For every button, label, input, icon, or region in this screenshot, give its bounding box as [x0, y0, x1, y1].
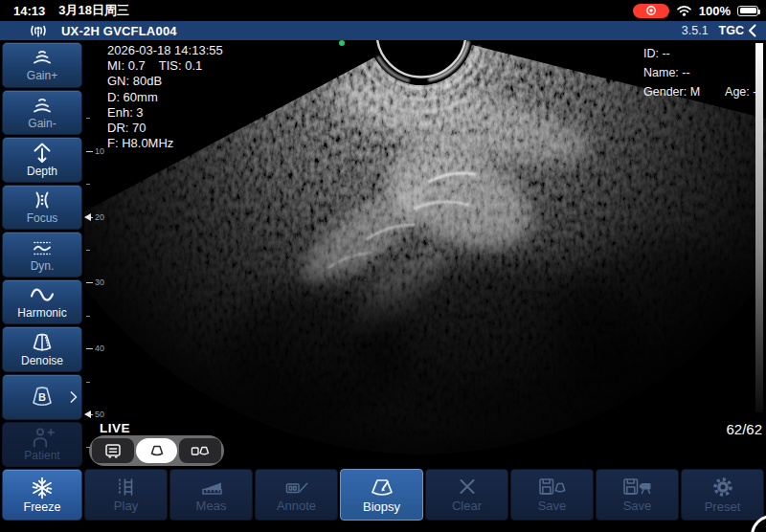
b-mode-icon: B: [26, 385, 58, 410]
depth-value: D: 60mm: [107, 90, 223, 105]
preset-button[interactable]: Preset: [681, 469, 764, 521]
button-label: Depth: [27, 165, 57, 178]
play-icon: [114, 477, 139, 497]
play-button[interactable]: Play: [84, 469, 168, 521]
depth-button[interactable]: Depth: [2, 137, 82, 183]
patient-button[interactable]: Patient: [2, 422, 82, 468]
single-display-icon: [103, 443, 123, 459]
button-label: Annote: [277, 499, 316, 513]
button-label: Gain-: [28, 117, 56, 130]
fan-display-button[interactable]: [136, 438, 178, 463]
record-icon: [645, 5, 657, 16]
ultrasound-image-area[interactable]: 2026-03-18 14:13:55 MI: 0.7TIS: 0.1 GN: …: [84, 40, 766, 469]
biopsy-button[interactable]: Biopsy: [340, 469, 423, 521]
scan-parameters-overlay: 2026-03-18 14:13:55 MI: 0.7TIS: 0.1 GN: …: [107, 43, 223, 151]
button-label: Freeze: [24, 500, 61, 514]
frequency-value: F: H8.0MHz: [107, 136, 223, 151]
battery-percent: 100%: [699, 4, 731, 18]
gain-minus-icon: [28, 95, 56, 116]
button-label: Dyn.: [31, 259, 55, 273]
battery-icon: [737, 6, 758, 16]
date: 3月18日周三: [58, 2, 129, 19]
left-control-panel: Gain+ Gain- Depth: [0, 40, 84, 469]
fan-display-icon: [147, 444, 167, 458]
button-label: Save: [538, 499, 567, 513]
annotate-button[interactable]: Annote: [255, 469, 338, 521]
b-mode-button[interactable]: B: [2, 374, 82, 420]
dynamic-range-icon: [28, 237, 56, 258]
save-video-icon: [621, 477, 654, 497]
tgc-label: TGC: [719, 24, 744, 37]
ruler-label: 10: [95, 146, 104, 156]
gain-plus-button[interactable]: Gain+: [2, 42, 82, 88]
frame-counter: 62/62: [726, 421, 762, 437]
gain-value: GN: 80dB: [107, 74, 223, 89]
save-video-button[interactable]: Save: [596, 469, 679, 521]
bottom-strip: [0, 521, 766, 532]
ruler-label: 20: [95, 212, 104, 222]
single-display-button[interactable]: [92, 438, 134, 463]
wireless-probe-icon: [29, 24, 48, 38]
button-label: Biopsy: [363, 499, 400, 514]
enhance-value: Enh: 3: [107, 105, 223, 121]
measure-icon: [199, 477, 224, 497]
save-image-button[interactable]: Save: [510, 469, 594, 521]
screen-recording-indicator[interactable]: [633, 4, 669, 18]
dual-display-button[interactable]: [179, 438, 221, 463]
freeze-button[interactable]: Freeze: [2, 469, 82, 521]
probe-orientation-marker: [339, 40, 345, 46]
ruler-label: 40: [95, 344, 104, 353]
depth-icon: [28, 141, 56, 164]
gain-minus-button[interactable]: Gain-: [2, 90, 82, 136]
focus-marker-icon: [84, 213, 91, 221]
patient-icon: [28, 426, 56, 448]
title-bar: UX-2H GVCFLA004 3.5.1 TGC: [0, 21, 766, 40]
denoise-button[interactable]: Denoise: [2, 326, 82, 372]
chevron-left-icon: [748, 24, 756, 37]
focus-button[interactable]: Focus: [2, 185, 82, 231]
button-label: Preset: [705, 499, 741, 514]
wifi-icon: [676, 5, 692, 16]
button-label: Harmonic: [17, 306, 66, 320]
bottom-toolbar: Freeze Play Meas: [0, 469, 766, 521]
button-label: Focus: [27, 211, 58, 225]
chevron-right-icon: [70, 390, 78, 403]
measure-button[interactable]: Meas: [169, 469, 253, 521]
button-label: Denoise: [21, 354, 63, 367]
app-version: 3.5.1: [682, 24, 709, 37]
save-image-icon: [537, 477, 568, 497]
ultrasound-app-screen: 14:13 3月18日周三 100%: [0, 0, 766, 532]
dynamic-range-button[interactable]: Dyn.: [2, 232, 82, 277]
status-bar: 14:13 3月18日周三 100%: [0, 0, 766, 21]
denoise-icon: [28, 331, 56, 353]
tis-value: TIS: 0.1: [159, 58, 203, 73]
annotate-icon: [283, 477, 310, 497]
button-label: Clear: [452, 499, 482, 513]
clear-button[interactable]: Clear: [425, 469, 508, 521]
grayscale-bar: [755, 43, 763, 412]
device-title: UX-2H GVCFLA004: [61, 24, 177, 38]
live-status-label: LIVE: [100, 421, 130, 435]
clear-icon: [456, 477, 479, 497]
button-label: Save: [623, 499, 652, 513]
patient-id: ID: --: [643, 44, 761, 63]
tgc-button[interactable]: TGC: [719, 24, 756, 37]
ruler-label: 30: [95, 277, 104, 287]
button-label: Gain+: [27, 69, 57, 82]
button-label: Meas: [196, 499, 227, 513]
button-label: Play: [114, 499, 138, 513]
focus-icon: [28, 189, 56, 211]
biopsy-icon: [368, 477, 396, 498]
b-mode-letter: B: [38, 390, 46, 402]
dual-display-icon: [190, 444, 211, 458]
patient-info-overlay: ID: -- Name: -- Gender: M Age: --: [643, 44, 761, 101]
patient-gender: Gender: M: [643, 82, 700, 101]
harmonic-button[interactable]: Harmonic: [2, 279, 82, 325]
focus-marker-icon: [84, 410, 91, 418]
freeze-icon: [31, 477, 54, 499]
mi-value: MI: 0.7: [107, 58, 146, 73]
patient-name: Name: --: [643, 63, 761, 82]
preset-icon: [710, 477, 735, 498]
gain-plus-icon: [28, 47, 56, 68]
harmonic-icon: [28, 284, 56, 305]
